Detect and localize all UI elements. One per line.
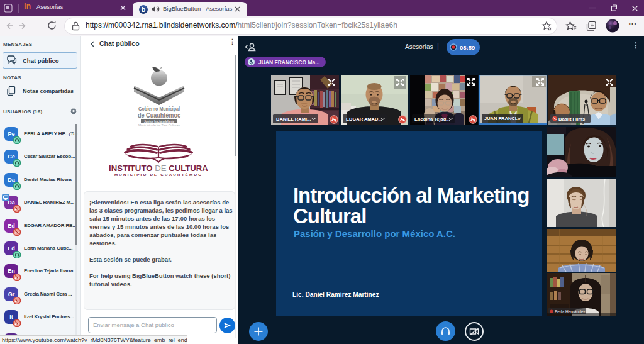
- svg-text:Enedina Tejad...: Enedina Tejad...: [414, 116, 450, 122]
- svg-text:Juntos hacia adelante: Juntos hacia adelante: [144, 120, 174, 123]
- svg-text:Municipio de las Tres Culturas: Municipio de las Tres Culturas: [138, 123, 180, 126]
- svg-text:MUNICIPIO DE CUAUHTÉMOC: MUNICIPIO DE CUAUHTÉMOC: [114, 172, 203, 177]
- svg-text:de Cuauhtémoc: de Cuauhtémoc: [138, 111, 180, 119]
- svg-text:b: b: [142, 6, 145, 13]
- svg-text:INSTITUTO DE CULTURA: INSTITUTO DE CULTURA: [109, 164, 208, 173]
- svg-text:Baalit Films: Baalit Films: [558, 116, 585, 122]
- svg-text:Perla Hernández: Perla Hernández: [555, 309, 586, 314]
- svg-text:EDGAR AMAD...: EDGAR AMAD...: [346, 116, 382, 122]
- svg-text:DANIEL RAMI...: DANIEL RAMI...: [276, 116, 311, 122]
- svg-text:JUAN FRANCI...: JUAN FRANCI...: [484, 116, 520, 121]
